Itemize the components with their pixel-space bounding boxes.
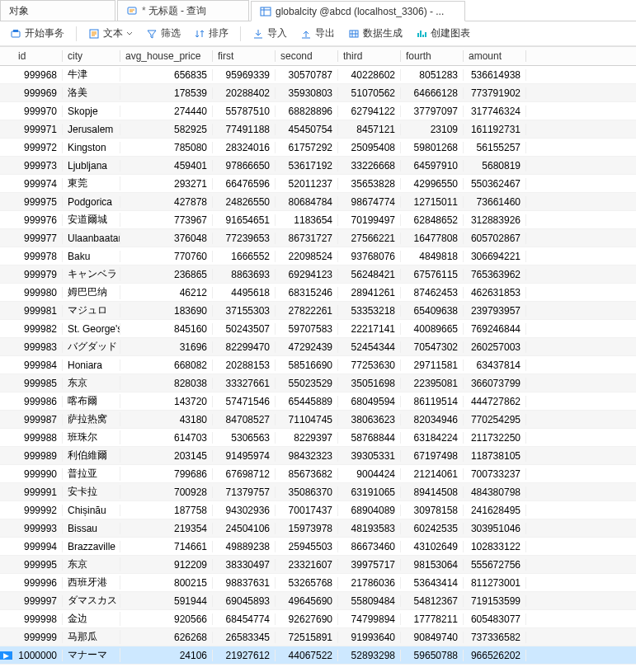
cell-id[interactable]: 999975 [13, 196, 63, 208]
cell-fourth[interactable]: 12715011 [401, 196, 464, 208]
cell-price[interactable]: 293271 [120, 178, 213, 190]
cell-id[interactable]: 1000000 [13, 650, 63, 661]
cell-fourth[interactable]: 17778211 [401, 613, 464, 625]
cell-city[interactable]: Ulaanbaatar [63, 233, 120, 244]
cell-id[interactable]: 999982 [13, 323, 63, 335]
table-row[interactable]: 999974東莞29327166476596520112373565382842… [0, 175, 636, 193]
cell-first[interactable]: 24826550 [213, 196, 276, 208]
cell-first[interactable]: 57471546 [213, 396, 276, 407]
cell-fourth[interactable]: 67197498 [401, 450, 464, 462]
cell-third[interactable]: 68904089 [338, 505, 401, 516]
cell-second[interactable]: 70017437 [276, 505, 338, 516]
cell-city[interactable]: 利伯維爾 [63, 449, 120, 463]
cell-third[interactable]: 33226668 [338, 160, 401, 172]
cell-id[interactable]: 999979 [13, 269, 63, 280]
cell-fourth[interactable]: 29711581 [401, 359, 464, 371]
cell-first[interactable]: 21927612 [213, 650, 276, 661]
cell-amount[interactable]: 306694221 [464, 251, 526, 262]
col-price[interactable]: avg_house_price [120, 50, 213, 62]
cell-price[interactable]: 219354 [120, 523, 213, 534]
cell-third[interactable]: 77253630 [338, 359, 401, 371]
cell-amount[interactable]: 239793957 [464, 305, 526, 317]
cell-third[interactable]: 25095408 [338, 142, 401, 153]
cell-second[interactable]: 1183654 [276, 214, 338, 226]
cell-city[interactable]: Podgorica [63, 196, 120, 208]
cell-first[interactable]: 49889238 [213, 541, 276, 552]
table-row[interactable]: 999978Baku770760166655222098524937680764… [0, 247, 636, 266]
col-first[interactable]: first [213, 50, 276, 62]
cell-id[interactable]: 999978 [13, 251, 63, 262]
cell-third[interactable]: 86673460 [338, 541, 401, 552]
cell-second[interactable]: 15973978 [276, 523, 338, 534]
cell-city[interactable]: 普拉亚 [63, 467, 120, 481]
cell-fourth[interactable]: 60242535 [401, 523, 464, 534]
table-row[interactable]: 999987萨拉热窝431808470852771104745380636238… [0, 411, 636, 429]
cell-first[interactable]: 71379757 [213, 486, 276, 498]
create-chart-button[interactable]: 创建图表 [411, 24, 475, 43]
cell-id[interactable]: 999998 [13, 613, 63, 625]
cell-id[interactable]: 999991 [13, 486, 63, 498]
cell-fourth[interactable]: 53643414 [401, 577, 464, 589]
cell-city[interactable]: 東莞 [63, 176, 120, 190]
cell-price[interactable]: 183690 [120, 305, 213, 317]
cell-id[interactable]: 999995 [13, 559, 63, 571]
cell-price[interactable]: 427878 [120, 196, 213, 208]
col-second[interactable]: second [276, 50, 338, 62]
cell-price[interactable]: 187758 [120, 505, 213, 516]
cell-city[interactable]: マジュロ [63, 303, 120, 317]
cell-third[interactable]: 74799894 [338, 613, 401, 625]
cell-price[interactable]: 582925 [120, 124, 213, 135]
cell-id[interactable]: 999973 [13, 160, 63, 172]
cell-price[interactable]: 773967 [120, 214, 213, 226]
cell-amount[interactable]: 5680819 [464, 160, 526, 172]
cell-third[interactable]: 58768844 [338, 432, 401, 444]
cell-id[interactable]: 999972 [13, 142, 63, 153]
table-row[interactable]: 999979キャンベラ23686588636936929412356248421… [0, 266, 636, 284]
cell-fourth[interactable]: 67576115 [401, 269, 464, 280]
cell-city[interactable]: 洛美 [63, 86, 120, 100]
cell-price[interactable]: 614703 [120, 432, 213, 444]
cell-city[interactable]: 西班牙港 [63, 576, 120, 590]
cell-first[interactable]: 91495974 [213, 450, 276, 462]
table-row[interactable]: 999988班珠尔6147035306563822939758768844631… [0, 429, 636, 447]
cell-fourth[interactable]: 70547302 [401, 341, 464, 353]
cell-fourth[interactable]: 23109 [401, 124, 464, 135]
table-row[interactable]: 999993Bissau2193542450410615973978481935… [0, 519, 636, 538]
cell-amount[interactable]: 811273001 [464, 577, 526, 589]
cell-price[interactable]: 178539 [120, 87, 213, 99]
cell-fourth[interactable]: 59650788 [401, 650, 464, 661]
cell-fourth[interactable]: 86119514 [401, 396, 464, 407]
table-row[interactable]: 999996西班牙港800215988376315326576821786036… [0, 574, 636, 592]
cell-amount[interactable]: 484380798 [464, 486, 526, 498]
cell-amount[interactable]: 56155257 [464, 142, 526, 153]
cell-third[interactable]: 28941261 [338, 287, 401, 298]
cell-city[interactable]: キャンベラ [63, 267, 120, 281]
cell-second[interactable]: 61757292 [276, 142, 338, 153]
cell-third[interactable]: 93768076 [338, 251, 401, 262]
table-row[interactable]: 999969洛美17853920288402359308035107056264… [0, 84, 636, 102]
cell-amount[interactable]: 555672756 [464, 559, 526, 571]
cell-amount[interactable]: 966526202 [464, 650, 526, 661]
cell-second[interactable]: 49645690 [276, 595, 338, 607]
cell-first[interactable]: 84708527 [213, 414, 276, 425]
cell-city[interactable]: St. George's [63, 323, 120, 335]
cell-first[interactable]: 20288402 [213, 87, 276, 99]
cell-price[interactable]: 799686 [120, 468, 213, 480]
cell-second[interactable]: 30570787 [276, 69, 338, 81]
cell-fourth[interactable]: 65409638 [401, 305, 464, 317]
cell-second[interactable]: 69294123 [276, 269, 338, 280]
row-marker[interactable]: ▶ [0, 651, 13, 660]
cell-second[interactable]: 72515891 [276, 632, 338, 643]
cell-second[interactable]: 80684784 [276, 196, 338, 208]
table-row[interactable]: 999971Jerusalem5829257749118845450754845… [0, 120, 636, 139]
cell-amount[interactable]: 444727862 [464, 396, 526, 407]
cell-price[interactable]: 43180 [120, 414, 213, 425]
col-amount[interactable]: amount [464, 50, 526, 62]
cell-fourth[interactable]: 22395081 [401, 378, 464, 389]
cell-second[interactable]: 86731727 [276, 233, 338, 244]
cell-amount[interactable]: 462631853 [464, 287, 526, 298]
cell-price[interactable]: 845160 [120, 323, 213, 335]
cell-id[interactable]: 999990 [13, 468, 63, 480]
cell-amount[interactable]: 605483077 [464, 613, 526, 625]
cell-fourth[interactable]: 64666128 [401, 87, 464, 99]
